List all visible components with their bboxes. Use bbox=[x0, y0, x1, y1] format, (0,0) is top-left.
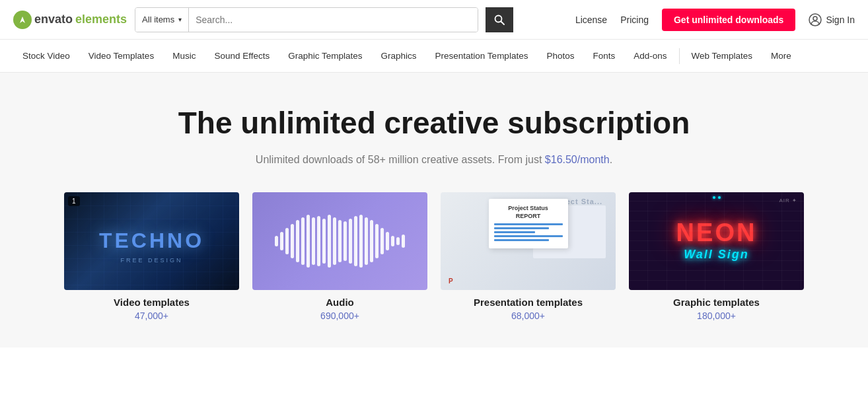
wave-bar bbox=[285, 228, 289, 254]
wave-bar bbox=[402, 235, 405, 248]
wave-bar bbox=[370, 220, 373, 262]
card-audio-label: Audio bbox=[252, 297, 427, 308]
wave-bar bbox=[307, 215, 310, 268]
card-graphic-templates-label: Graphic templates bbox=[629, 297, 804, 308]
card-video-templates-label: Video templates bbox=[64, 297, 239, 308]
sidebar-item-music[interactable]: Music bbox=[163, 40, 205, 73]
wave-bar bbox=[280, 232, 283, 250]
sidebar-item-graphic-templates[interactable]: Graphic Templates bbox=[279, 40, 371, 73]
nav-divider bbox=[679, 48, 680, 64]
user-icon bbox=[809, 13, 822, 26]
header-nav: License Pricing Get unlimited downloads … bbox=[575, 9, 855, 31]
search-category-dropdown[interactable]: All items ▾ bbox=[135, 8, 189, 32]
wave-bar bbox=[386, 232, 389, 250]
wave-bar bbox=[354, 216, 357, 266]
card-presentation-count: 68,000+ bbox=[441, 310, 616, 321]
wave-bar bbox=[375, 224, 379, 258]
video-badge: 1 bbox=[68, 196, 80, 206]
neon-decor-top bbox=[629, 196, 804, 199]
sidebar-item-sound-effects[interactable]: Sound Effects bbox=[205, 40, 279, 73]
wave-bar bbox=[275, 236, 278, 246]
search-bar: All items ▾ bbox=[135, 7, 478, 32]
doc-title: Project StatusREPORT bbox=[494, 204, 563, 221]
card-graphic-image: AIR ✦ NEON Wall Sign bbox=[629, 192, 804, 290]
pricing-link[interactable]: Pricing bbox=[620, 15, 649, 25]
neon-dot-1 bbox=[713, 196, 715, 199]
sign-in-link[interactable]: Sign In bbox=[809, 13, 855, 26]
wave-bar bbox=[391, 236, 394, 246]
hero-price-link[interactable]: $16.50/month bbox=[545, 154, 610, 165]
wave-bar bbox=[365, 217, 368, 265]
nav-bar: Stock Video Video Templates Music Sound … bbox=[0, 40, 868, 73]
sidebar-item-web-templates[interactable]: Web Templates bbox=[682, 40, 762, 73]
neon-brand: AIR ✦ bbox=[779, 198, 797, 203]
doc-line-1 bbox=[494, 223, 563, 225]
card-audio-count: 690,000+ bbox=[252, 310, 427, 321]
wave-bar bbox=[291, 224, 294, 258]
logo-envato-text: envato bbox=[34, 13, 73, 26]
card-video-templates-image: 1 TECHNO FREE DESIGN bbox=[64, 192, 239, 290]
search-category-label: All items bbox=[142, 15, 174, 24]
sidebar-item-video-templates[interactable]: Video Templates bbox=[79, 40, 163, 73]
card-graphic-templates-count: 180,000+ bbox=[629, 310, 804, 321]
waveform bbox=[275, 215, 405, 268]
card-presentation-image: Project Sta... Project StatusREPORT P bbox=[441, 192, 616, 290]
wave-bar bbox=[322, 219, 326, 264]
wave-bar bbox=[301, 217, 305, 265]
sidebar-item-stock-video[interactable]: Stock Video bbox=[13, 40, 79, 73]
envato-logo-icon bbox=[13, 11, 32, 29]
sidebar-item-photos[interactable]: Photos bbox=[537, 40, 583, 73]
ppt-icon: P bbox=[449, 277, 453, 285]
doc-main: Project StatusREPORT bbox=[489, 199, 568, 248]
sidebar-item-graphics[interactable]: Graphics bbox=[372, 40, 426, 73]
neon-dot-2 bbox=[718, 196, 721, 199]
hero-title: The unlimited creative subscription bbox=[13, 106, 855, 141]
cards-container: 1 TECHNO FREE DESIGN Video templates 47,… bbox=[13, 192, 855, 321]
license-link[interactable]: License bbox=[575, 15, 607, 25]
doc-line-4 bbox=[494, 235, 563, 237]
wave-bar bbox=[396, 237, 400, 245]
techno-sublabel: FREE DESIGN bbox=[64, 257, 239, 264]
sign-in-label: Sign In bbox=[826, 15, 855, 25]
wave-bar bbox=[359, 215, 363, 268]
logo[interactable]: envatoelements bbox=[13, 11, 127, 29]
svg-point-4 bbox=[813, 17, 817, 20]
techno-label: TECHNO bbox=[99, 229, 204, 253]
wave-bar bbox=[338, 220, 342, 262]
search-input[interactable] bbox=[189, 8, 478, 32]
neon-brick-texture bbox=[629, 192, 804, 290]
search-button[interactable] bbox=[486, 7, 513, 32]
sidebar-item-fonts[interactable]: Fonts bbox=[583, 40, 624, 73]
card-graphic-templates[interactable]: AIR ✦ NEON Wall Sign Graphic templates 1… bbox=[629, 192, 804, 321]
card-presentation-templates[interactable]: Project Sta... Project StatusREPORT P Pr… bbox=[441, 192, 616, 321]
wave-bar bbox=[317, 216, 320, 266]
hero-section: The unlimited creative subscription Unli… bbox=[0, 73, 868, 347]
wave-bar bbox=[344, 221, 347, 261]
hero-subtitle-plain: Unlimited downloads of 58+ million creat… bbox=[256, 154, 545, 165]
hero-subtitle-end: . bbox=[610, 154, 612, 165]
wave-bar bbox=[380, 228, 384, 254]
wave-bar bbox=[296, 220, 299, 262]
card-video-templates-count: 47,000+ bbox=[64, 310, 239, 321]
wave-bar bbox=[328, 215, 331, 268]
card-presentation-label: Presentation templates bbox=[441, 297, 616, 308]
logo-elements-text: elements bbox=[75, 13, 127, 26]
sidebar-item-add-ons[interactable]: Add-ons bbox=[624, 40, 676, 73]
card-video-templates[interactable]: 1 TECHNO FREE DESIGN Video templates 47,… bbox=[64, 192, 239, 321]
doc-line-5 bbox=[494, 239, 549, 241]
hero-subtitle: Unlimited downloads of 58+ million creat… bbox=[13, 154, 855, 166]
cta-button[interactable]: Get unlimited downloads bbox=[662, 9, 795, 31]
card-audio[interactable]: Audio 690,000+ bbox=[252, 192, 427, 321]
wave-bar bbox=[333, 217, 336, 265]
chevron-down-icon: ▾ bbox=[178, 16, 182, 23]
sidebar-item-presentation-templates[interactable]: Presentation Templates bbox=[426, 40, 538, 73]
wave-bar bbox=[349, 219, 352, 264]
svg-line-2 bbox=[501, 21, 505, 24]
search-icon bbox=[494, 15, 505, 25]
nav-more-button[interactable]: More bbox=[762, 40, 801, 73]
doc-line-2 bbox=[494, 227, 549, 229]
doc-line-3 bbox=[494, 231, 535, 233]
card-audio-image bbox=[252, 192, 427, 290]
wave-bar bbox=[312, 217, 315, 265]
header: envatoelements All items ▾ License Prici… bbox=[0, 0, 868, 40]
